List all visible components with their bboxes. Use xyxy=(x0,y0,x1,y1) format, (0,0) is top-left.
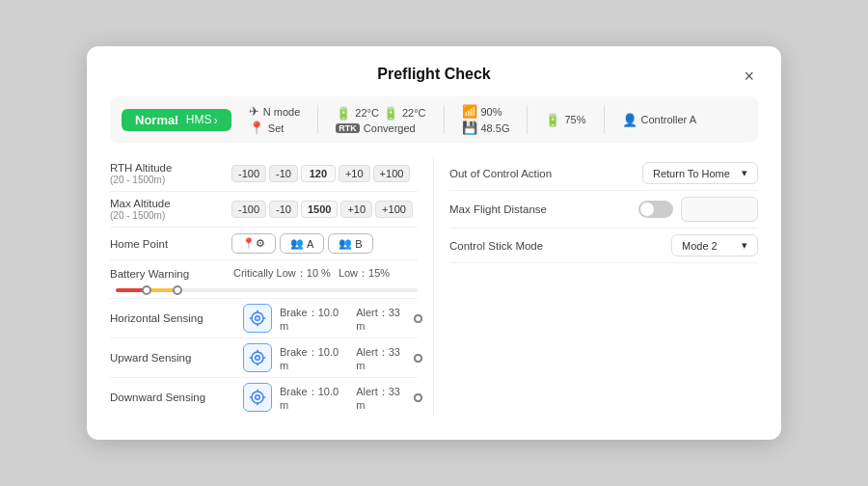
control-stick-chevron-icon: ▾ xyxy=(742,239,747,252)
rth-minus10-btn[interactable]: -10 xyxy=(269,165,298,182)
controller-label: Controller A xyxy=(641,114,696,125)
max-minus10-btn[interactable]: -10 xyxy=(269,201,298,218)
sensing-icon-btn-2[interactable] xyxy=(243,383,272,412)
svg-point-6 xyxy=(252,352,263,364)
dropdown-chevron-icon: ▾ xyxy=(742,167,747,179)
sensing-icon-btn-1[interactable] xyxy=(243,343,272,372)
storage-icon: 💾 xyxy=(462,121,477,135)
location-item: 📍 Set xyxy=(249,121,301,135)
modal-header: Preflight Check × xyxy=(110,66,758,83)
status-bar: Normal HMS › ✈ N mode 📍 Set 🔋 22°C 🔋 22° xyxy=(110,96,758,143)
battery1-temp: 22°C xyxy=(355,107,379,119)
battery2-icon: 🔋 xyxy=(383,106,398,121)
sensing-container: Horizontal Sensing Brake：10.0 m Alert：33… xyxy=(110,299,418,417)
home-point-buttons: 📍⚙ 👥 A 👥 B xyxy=(231,233,373,254)
svg-point-1 xyxy=(256,316,260,321)
battery-warning-row: Battery Warning Critically Low：10 % Low：… xyxy=(110,260,418,299)
max-flight-value-box xyxy=(681,197,758,222)
controller-icon: 👤 xyxy=(622,113,637,127)
rth-value: 120 xyxy=(301,165,336,182)
mode-label: Normal xyxy=(135,113,178,127)
hms-label: HMS › xyxy=(186,113,218,127)
sensing-brake-2: Brake：10.0 m xyxy=(280,385,350,411)
home-gps-btn[interactable]: 📍⚙ xyxy=(231,233,276,254)
settings-section: RTH Altitude (20 - 1500m) -100 -10 120 +… xyxy=(110,156,758,417)
sensing-thumb-alert-2[interactable] xyxy=(414,393,422,402)
home-b-btn[interactable]: 👥 B xyxy=(328,233,372,254)
max-flight-toggle[interactable] xyxy=(638,201,673,218)
users-b-icon: 👥 xyxy=(339,237,352,250)
max-plus10-btn[interactable]: +10 xyxy=(340,201,372,218)
spacer xyxy=(449,263,758,271)
sensing-toggle-icon-0 xyxy=(249,310,266,327)
max-flight-label: Max Flight Distanse xyxy=(449,203,631,215)
svg-point-13 xyxy=(256,395,260,400)
sensing-row-2: Downward Sensing Brake：10.0 m Alert：33 m xyxy=(110,378,418,417)
max-flight-row: Max Flight Distanse xyxy=(449,191,758,229)
sensing-label-0: Horizontal Sensing xyxy=(110,312,235,324)
hms-chevron-icon: › xyxy=(213,113,217,127)
svg-point-12 xyxy=(252,392,263,403)
rth-plus10-btn[interactable]: +10 xyxy=(339,165,370,182)
out-of-control-value: Return To Home xyxy=(653,168,730,179)
max-plus100-btn[interactable]: +100 xyxy=(375,201,413,218)
max-controls: -100 -10 1500 +10 +100 xyxy=(231,201,413,218)
control-stick-value: Mode 2 xyxy=(682,240,718,252)
out-of-control-dropdown[interactable]: Return To Home ▾ xyxy=(642,162,758,184)
sensing-toggle-icon-2 xyxy=(249,389,266,406)
sensing-thumb-alert-0[interactable] xyxy=(414,314,422,323)
sensing-alert-0: Alert：33 m xyxy=(356,306,412,332)
sensing-icon-btn-0[interactable] xyxy=(243,304,272,333)
home-point-row: Home Point 📍⚙ 👥 A 👥 B xyxy=(110,228,418,260)
signal-pct: 90% xyxy=(481,106,502,118)
gps-icon: 📍⚙ xyxy=(242,237,265,250)
home-a-btn[interactable]: 👥 A xyxy=(280,233,324,254)
rth-label: RTH Altitude (20 - 1500m) xyxy=(110,162,226,185)
control-stick-dropdown[interactable]: Mode 2 ▾ xyxy=(671,234,758,256)
flight-mode-item: ✈ N mode xyxy=(249,104,301,119)
rth-minus100-btn[interactable]: -100 xyxy=(231,165,266,182)
signal-group: 📶 90% 💾 48.5G xyxy=(462,104,510,135)
out-of-control-row: Out of Control Action Return To Home ▾ xyxy=(449,156,758,191)
storage-val: 48.5G xyxy=(481,122,510,134)
sensing-brake-0: Brake：10.0 m xyxy=(280,306,350,332)
sensing-brake-1: Brake：10.0 m xyxy=(280,345,350,371)
sensing-alert-1: Alert：33 m xyxy=(356,345,412,371)
control-stick-row: Control Stick Mode Mode 2 ▾ xyxy=(449,229,758,263)
signal-icon: 📶 xyxy=(462,104,477,119)
sensing-thumb-alert-1[interactable] xyxy=(414,354,422,363)
battery-pct-item: 🔋 75% xyxy=(545,113,585,127)
rth-altitude-row: RTH Altitude (20 - 1500m) -100 -10 120 +… xyxy=(110,156,418,192)
max-altitude-row: Max Altitude (20 - 1500m) -100 -10 1500 … xyxy=(110,192,418,228)
rth-plus100-btn[interactable]: +100 xyxy=(373,165,411,182)
signal-item: 📶 90% xyxy=(462,104,510,119)
mode-badge[interactable]: Normal HMS › xyxy=(122,109,231,131)
sensing-values-0: Brake：10.0 m Alert：33 m xyxy=(280,306,418,332)
svg-point-0 xyxy=(252,312,263,324)
rth-controls: -100 -10 120 +10 +100 xyxy=(231,165,410,182)
drone-icon: ✈ xyxy=(249,104,259,119)
close-button[interactable]: × xyxy=(740,66,758,87)
sensing-row-0: Horizontal Sensing Brake：10.0 m Alert：33… xyxy=(110,299,418,338)
left-panel: RTH Altitude (20 - 1500m) -100 -10 120 +… xyxy=(110,156,434,417)
modal-title: Preflight Check xyxy=(377,66,490,83)
battery1-item: 🔋 22°C 🔋 22°C xyxy=(336,106,425,121)
max-minus100-btn[interactable]: -100 xyxy=(231,201,266,218)
svg-point-7 xyxy=(256,356,260,361)
battery-thumb-critical[interactable] xyxy=(173,285,182,295)
sensing-label-2: Downward Sensing xyxy=(110,392,235,403)
separator-2 xyxy=(444,105,445,134)
battery-group: 🔋 22°C 🔋 22°C RTK Converged xyxy=(336,106,425,134)
flight-mode-group: ✈ N mode 📍 Set xyxy=(249,104,301,135)
battery-thumb-low[interactable] xyxy=(142,285,151,295)
battery-slider[interactable] xyxy=(116,288,418,292)
sensing-row-1: Upward Sensing Brake：10.0 m Alert：33 m xyxy=(110,338,418,378)
out-of-control-label: Out of Control Action xyxy=(449,168,635,179)
home-label: Home Point xyxy=(110,238,226,250)
battery1-icon: 🔋 xyxy=(336,106,351,121)
preflight-check-modal: Preflight Check × Normal HMS › ✈ N mode … xyxy=(87,46,781,440)
rtk-item: RTK Converged xyxy=(336,122,425,134)
separator-4 xyxy=(604,105,605,134)
users-icon: 👥 xyxy=(290,237,304,250)
battery2-temp: 22°C xyxy=(402,107,426,119)
